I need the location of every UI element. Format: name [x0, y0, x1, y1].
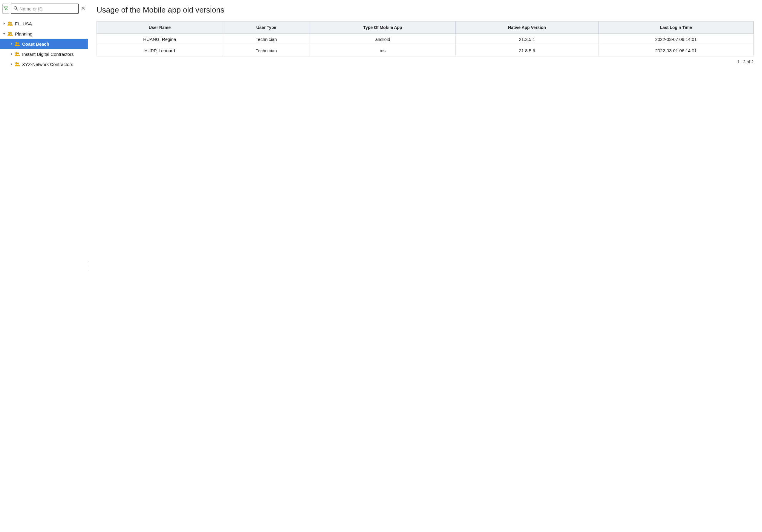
- tree-node[interactable]: Planning: [0, 29, 88, 39]
- cell-user-name: HUANG, Regina: [97, 34, 223, 45]
- search-field-container[interactable]: [11, 4, 79, 14]
- cell-app-type: android: [310, 34, 456, 45]
- org-tree: FL, USAPlanningCoast BeachInstant Digita…: [0, 17, 88, 69]
- chevron-right-icon[interactable]: [9, 62, 14, 67]
- chevron-right-icon[interactable]: [2, 21, 7, 26]
- cell-user-name: HUPP, Leonard: [97, 45, 223, 56]
- svg-point-6: [8, 32, 10, 34]
- chevron-down-icon[interactable]: [2, 32, 7, 36]
- cell-version: 21.8.5.6: [455, 45, 598, 56]
- cell-last-login: 2022-03-01 06:14:01: [598, 45, 754, 56]
- column-header[interactable]: Native App Version: [455, 22, 598, 34]
- cell-last-login: 2022-03-07 09:14:01: [598, 34, 754, 45]
- group-icon: [14, 52, 20, 56]
- table-header-row: User NameUser TypeType Of Mobile AppNati…: [97, 22, 754, 34]
- column-header[interactable]: User Name: [97, 22, 223, 34]
- cell-version: 21.2.5.1: [455, 34, 598, 45]
- group-icon: [7, 21, 13, 26]
- svg-point-0: [14, 7, 17, 9]
- tree-node-label: Planning: [15, 32, 32, 36]
- clear-search-button[interactable]: [81, 5, 86, 12]
- svg-point-13: [17, 63, 19, 64]
- group-icon: [14, 62, 20, 67]
- splitter-handle[interactable]: [87, 261, 89, 271]
- tree-node-label: Instant Digital Contractors: [22, 52, 74, 57]
- sidebar: FL, USAPlanningCoast BeachInstant Digita…: [0, 0, 88, 532]
- tree-node-label: Coast Beach: [22, 41, 49, 46]
- tree-node[interactable]: Instant Digital Contractors: [0, 49, 88, 59]
- tree-node[interactable]: Coast Beach: [0, 39, 88, 49]
- cell-user-type: Technician: [223, 34, 310, 45]
- close-icon: [81, 6, 85, 12]
- filter-icon: [3, 6, 8, 12]
- cell-app-type: ios: [310, 45, 456, 56]
- svg-point-12: [16, 62, 17, 64]
- svg-point-5: [10, 22, 12, 24]
- tree-node-label: XYZ-Network Contractors: [22, 62, 73, 67]
- tree-node[interactable]: FL, USA: [0, 19, 88, 29]
- chevron-right-icon[interactable]: [9, 41, 14, 46]
- sidebar-header: [0, 0, 88, 17]
- svg-point-4: [8, 22, 10, 24]
- svg-point-8: [16, 42, 17, 44]
- chevron-right-icon[interactable]: [9, 52, 14, 56]
- svg-point-9: [17, 42, 19, 44]
- table-body: HUANG, ReginaTechnicianandroid21.2.5.120…: [97, 34, 754, 56]
- filter-button[interactable]: [2, 4, 9, 14]
- tree-node-label: FL, USA: [15, 21, 32, 26]
- group-icon: [7, 32, 13, 36]
- svg-point-10: [16, 52, 17, 54]
- usage-table: User NameUser TypeType Of Mobile AppNati…: [97, 21, 754, 56]
- column-header[interactable]: Type Of Mobile App: [310, 22, 456, 34]
- page-title: Usage of the Mobile app old versions: [97, 5, 754, 15]
- main-content: Usage of the Mobile app old versions Use…: [88, 0, 762, 532]
- table-row[interactable]: HUANG, ReginaTechnicianandroid21.2.5.120…: [97, 34, 754, 45]
- search-input[interactable]: [20, 6, 77, 11]
- table-row[interactable]: HUPP, LeonardTechnicianios21.8.5.62022-0…: [97, 45, 754, 56]
- tree-node[interactable]: XYZ-Network Contractors: [0, 59, 88, 69]
- cell-user-type: Technician: [223, 45, 310, 56]
- svg-point-7: [10, 32, 12, 34]
- svg-line-1: [17, 9, 18, 11]
- search-icon: [13, 6, 19, 12]
- group-icon: [14, 41, 20, 46]
- column-header[interactable]: Last Login Time: [598, 22, 754, 34]
- pager-label: 1 - 2 of 2: [97, 59, 754, 64]
- column-header[interactable]: User Type: [223, 22, 310, 34]
- svg-point-11: [17, 52, 19, 54]
